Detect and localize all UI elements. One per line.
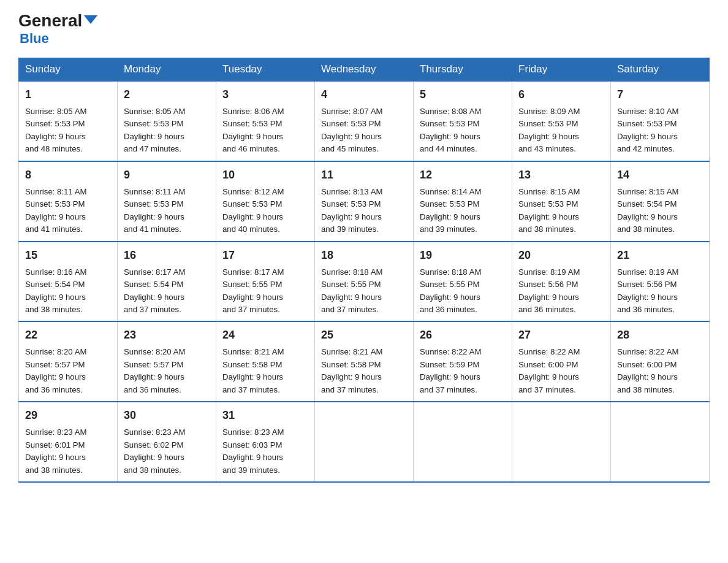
- day-info: Sunrise: 8:05 AMSunset: 5:53 PMDaylight:…: [25, 105, 111, 156]
- calendar-week-row: 1Sunrise: 8:05 AMSunset: 5:53 PMDaylight…: [19, 81, 710, 161]
- day-number: 7: [617, 86, 703, 103]
- day-number: 25: [321, 327, 407, 343]
- day-number: 10: [222, 167, 308, 183]
- col-header-thursday: Thursday: [414, 58, 512, 82]
- col-header-sunday: Sunday: [19, 58, 118, 82]
- day-info: Sunrise: 8:23 AMSunset: 6:01 PMDaylight:…: [25, 426, 111, 477]
- day-info: Sunrise: 8:14 AMSunset: 5:53 PMDaylight:…: [420, 186, 506, 236]
- day-info: Sunrise: 8:09 AMSunset: 5:53 PMDaylight:…: [518, 105, 604, 156]
- day-info: Sunrise: 8:18 AMSunset: 5:55 PMDaylight:…: [420, 266, 506, 316]
- calendar-cell: 20Sunrise: 8:19 AMSunset: 5:56 PMDayligh…: [512, 242, 611, 322]
- day-number: 30: [124, 407, 210, 424]
- calendar-cell: [611, 402, 710, 482]
- col-header-saturday: Saturday: [611, 58, 710, 82]
- day-info: Sunrise: 8:15 AMSunset: 5:53 PMDaylight:…: [518, 186, 604, 236]
- day-number: 26: [420, 327, 506, 343]
- day-info: Sunrise: 8:23 AMSunset: 6:03 PMDaylight:…: [222, 426, 308, 477]
- col-header-monday: Monday: [118, 58, 216, 82]
- day-number: 11: [321, 167, 407, 183]
- calendar-cell: 29Sunrise: 8:23 AMSunset: 6:01 PMDayligh…: [19, 402, 118, 482]
- calendar-cell: 12Sunrise: 8:14 AMSunset: 5:53 PMDayligh…: [414, 161, 512, 242]
- day-info: Sunrise: 8:17 AMSunset: 5:54 PMDaylight:…: [124, 266, 210, 316]
- day-number: 20: [518, 247, 604, 264]
- day-number: 23: [124, 327, 210, 343]
- day-info: Sunrise: 8:05 AMSunset: 5:53 PMDaylight:…: [124, 105, 210, 156]
- calendar-week-row: 22Sunrise: 8:20 AMSunset: 5:57 PMDayligh…: [19, 321, 710, 402]
- day-number: 28: [617, 327, 703, 343]
- day-number: 24: [222, 327, 308, 343]
- day-info: Sunrise: 8:06 AMSunset: 5:53 PMDaylight:…: [222, 105, 308, 156]
- day-number: 5: [420, 86, 506, 103]
- calendar-cell: 8Sunrise: 8:11 AMSunset: 5:53 PMDaylight…: [19, 161, 118, 242]
- day-number: 16: [124, 247, 210, 264]
- calendar-cell: 23Sunrise: 8:20 AMSunset: 5:57 PMDayligh…: [118, 321, 216, 402]
- calendar-cell: 6Sunrise: 8:09 AMSunset: 5:53 PMDaylight…: [512, 81, 611, 161]
- day-number: 19: [420, 247, 506, 264]
- day-number: 15: [25, 247, 111, 264]
- day-info: Sunrise: 8:21 AMSunset: 5:58 PMDaylight:…: [321, 346, 407, 396]
- day-number: 27: [518, 327, 604, 343]
- day-info: Sunrise: 8:15 AMSunset: 5:54 PMDaylight:…: [617, 186, 703, 236]
- col-header-friday: Friday: [512, 58, 611, 82]
- day-info: Sunrise: 8:16 AMSunset: 5:54 PMDaylight:…: [25, 266, 111, 316]
- day-number: 13: [518, 167, 604, 183]
- day-info: Sunrise: 8:11 AMSunset: 5:53 PMDaylight:…: [124, 186, 210, 236]
- calendar-week-row: 29Sunrise: 8:23 AMSunset: 6:01 PMDayligh…: [19, 402, 710, 482]
- calendar-cell: 19Sunrise: 8:18 AMSunset: 5:55 PMDayligh…: [414, 242, 512, 322]
- day-info: Sunrise: 8:07 AMSunset: 5:53 PMDaylight:…: [321, 105, 407, 156]
- logo: General Blue: [18, 12, 97, 47]
- calendar-cell: 25Sunrise: 8:21 AMSunset: 5:58 PMDayligh…: [315, 321, 414, 402]
- day-info: Sunrise: 8:10 AMSunset: 5:53 PMDaylight:…: [617, 105, 703, 156]
- calendar-cell: 7Sunrise: 8:10 AMSunset: 5:53 PMDaylight…: [611, 81, 710, 161]
- calendar-cell: 14Sunrise: 8:15 AMSunset: 5:54 PMDayligh…: [611, 161, 710, 242]
- calendar-cell: 1Sunrise: 8:05 AMSunset: 5:53 PMDaylight…: [19, 81, 118, 161]
- day-number: 1: [25, 86, 111, 103]
- calendar-cell: 17Sunrise: 8:17 AMSunset: 5:55 PMDayligh…: [216, 242, 315, 322]
- calendar-cell: 26Sunrise: 8:22 AMSunset: 5:59 PMDayligh…: [414, 321, 512, 402]
- calendar-week-row: 15Sunrise: 8:16 AMSunset: 5:54 PMDayligh…: [19, 242, 710, 322]
- day-number: 14: [617, 167, 703, 183]
- day-number: 17: [222, 247, 308, 264]
- calendar-week-row: 8Sunrise: 8:11 AMSunset: 5:53 PMDaylight…: [19, 161, 710, 242]
- day-number: 9: [124, 167, 210, 183]
- calendar-cell: 2Sunrise: 8:05 AMSunset: 5:53 PMDaylight…: [118, 81, 216, 161]
- calendar-header-row: SundayMondayTuesdayWednesdayThursdayFrid…: [19, 58, 710, 82]
- calendar-cell: 16Sunrise: 8:17 AMSunset: 5:54 PMDayligh…: [118, 242, 216, 322]
- day-number: 22: [25, 327, 111, 343]
- day-number: 6: [518, 86, 604, 103]
- calendar-cell: 5Sunrise: 8:08 AMSunset: 5:53 PMDaylight…: [414, 81, 512, 161]
- calendar-cell: 13Sunrise: 8:15 AMSunset: 5:53 PMDayligh…: [512, 161, 611, 242]
- day-info: Sunrise: 8:12 AMSunset: 5:53 PMDaylight:…: [222, 186, 308, 236]
- calendar-cell: [414, 402, 512, 482]
- calendar-cell: 27Sunrise: 8:22 AMSunset: 6:00 PMDayligh…: [512, 321, 611, 402]
- calendar-cell: [512, 402, 611, 482]
- day-number: 21: [617, 247, 703, 264]
- calendar-cell: 4Sunrise: 8:07 AMSunset: 5:53 PMDaylight…: [315, 81, 414, 161]
- logo-triangle-icon: [84, 15, 97, 24]
- calendar-cell: 18Sunrise: 8:18 AMSunset: 5:55 PMDayligh…: [315, 242, 414, 322]
- day-number: 4: [321, 86, 407, 103]
- day-info: Sunrise: 8:19 AMSunset: 5:56 PMDaylight:…: [617, 266, 703, 316]
- day-info: Sunrise: 8:13 AMSunset: 5:53 PMDaylight:…: [321, 186, 407, 236]
- calendar-cell: 28Sunrise: 8:22 AMSunset: 6:00 PMDayligh…: [611, 321, 710, 402]
- day-number: 3: [222, 86, 308, 103]
- page-header: General Blue: [18, 12, 710, 47]
- day-info: Sunrise: 8:08 AMSunset: 5:53 PMDaylight:…: [420, 105, 506, 156]
- calendar-cell: [315, 402, 414, 482]
- calendar-cell: 11Sunrise: 8:13 AMSunset: 5:53 PMDayligh…: [315, 161, 414, 242]
- logo-general: General: [18, 12, 97, 29]
- day-info: Sunrise: 8:18 AMSunset: 5:55 PMDaylight:…: [321, 266, 407, 316]
- day-info: Sunrise: 8:11 AMSunset: 5:53 PMDaylight:…: [25, 186, 111, 236]
- day-number: 8: [25, 167, 111, 183]
- day-info: Sunrise: 8:20 AMSunset: 5:57 PMDaylight:…: [124, 346, 210, 396]
- calendar-cell: 10Sunrise: 8:12 AMSunset: 5:53 PMDayligh…: [216, 161, 315, 242]
- calendar-cell: 22Sunrise: 8:20 AMSunset: 5:57 PMDayligh…: [19, 321, 118, 402]
- day-number: 2: [124, 86, 210, 103]
- day-number: 18: [321, 247, 407, 264]
- day-info: Sunrise: 8:20 AMSunset: 5:57 PMDaylight:…: [25, 346, 111, 396]
- calendar-cell: 15Sunrise: 8:16 AMSunset: 5:54 PMDayligh…: [19, 242, 118, 322]
- calendar-cell: 3Sunrise: 8:06 AMSunset: 5:53 PMDaylight…: [216, 81, 315, 161]
- calendar-cell: 30Sunrise: 8:23 AMSunset: 6:02 PMDayligh…: [118, 402, 216, 482]
- day-number: 29: [25, 407, 111, 424]
- day-info: Sunrise: 8:19 AMSunset: 5:56 PMDaylight:…: [518, 266, 604, 316]
